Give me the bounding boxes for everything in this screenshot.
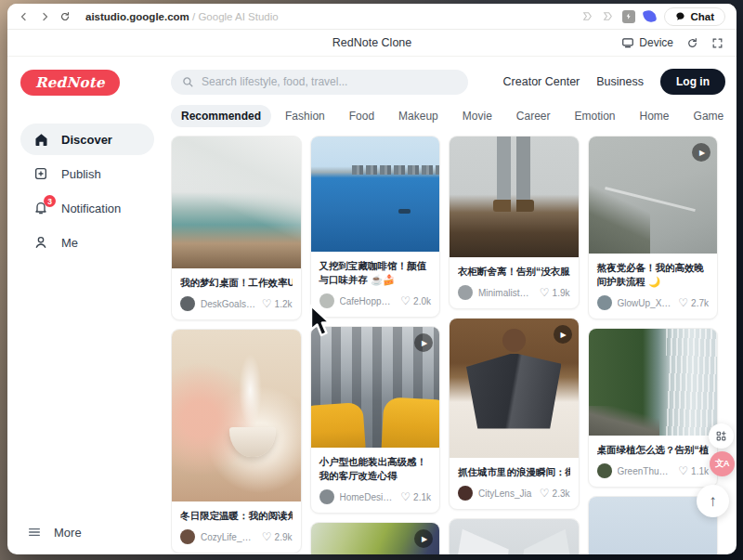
tab-emotion[interactable]: Emotion — [565, 105, 626, 127]
scroll-to-top-button[interactable]: ↑ — [697, 485, 729, 517]
translate-button[interactable]: 文A — [710, 451, 735, 476]
device-icon — [621, 36, 634, 49]
refresh-icon[interactable] — [686, 37, 698, 49]
post-card[interactable]: 我的梦幻桌面！工作效率UPUP ✨DeskGoals_C...♡1.2k — [171, 136, 302, 320]
heart-icon: ♡ — [400, 492, 411, 501]
avatar — [458, 486, 473, 501]
username[interactable]: HomeDesigne... — [340, 492, 396, 502]
back-icon[interactable] — [19, 11, 30, 22]
login-button[interactable]: Log in — [660, 69, 725, 95]
post-title: 桌面绿植怎么选？告别“植物杀手”！ — [597, 443, 710, 457]
post-title: 熬夜党必备！我的高效晚间护肤流程 🌙 — [597, 261, 710, 289]
tab-recommended[interactable]: Recommended — [171, 105, 271, 127]
username[interactable]: Minimalist_Lily — [478, 288, 534, 298]
tab-movie[interactable]: Movie — [452, 105, 502, 127]
sidebar-item-discover[interactable]: Discover — [20, 124, 154, 155]
chat-button[interactable]: Chat — [664, 7, 725, 26]
sidebar-item-me[interactable]: Me — [20, 227, 154, 258]
like-count[interactable]: ♡2.0k — [400, 296, 431, 306]
search-bar[interactable] — [171, 70, 468, 95]
post-card[interactable]: ▶小户型也能装出高级感！我的客厅改造心得HomeDesigne...♡2.1k — [310, 326, 441, 514]
post-image[interactable] — [450, 519, 579, 554]
post-card[interactable]: 桌面绿植怎么选？告别“植物杀手”！GreenThumb_...♡1.1k — [588, 328, 719, 488]
reload-icon[interactable] — [59, 11, 71, 22]
post-image[interactable]: ▶ — [311, 523, 440, 554]
forward-icon[interactable] — [39, 11, 50, 22]
play-icon: ▶ — [414, 529, 433, 548]
post-card[interactable] — [449, 518, 580, 554]
post-image[interactable] — [172, 330, 301, 501]
browser-chrome: aistudio.google.com / Google AI Studio C… — [7, 4, 736, 30]
creator-center-link[interactable]: Creator Center — [503, 75, 580, 88]
device-button[interactable]: Device — [621, 36, 673, 49]
tab-home[interactable]: Home — [630, 105, 680, 127]
sidebar-more-button[interactable]: More — [20, 525, 154, 545]
page-title: RedNote Clone — [332, 36, 411, 49]
search-icon — [182, 76, 194, 88]
play-icon: ▶ — [692, 143, 710, 162]
address-bar[interactable]: aistudio.google.com / Google AI Studio — [85, 11, 279, 22]
heart-icon: ♡ — [262, 299, 272, 308]
like-count[interactable]: ♡2.3k — [540, 488, 570, 499]
grid-add-icon — [715, 430, 727, 442]
lightning-icon[interactable] — [622, 10, 635, 23]
tab-makeup[interactable]: Makeup — [388, 105, 449, 127]
extension-icon[interactable] — [581, 10, 593, 22]
heart-icon: ♡ — [678, 466, 688, 475]
app-header: RedNote Clone Device — [7, 30, 736, 57]
post-image[interactable]: ▶ — [589, 137, 718, 254]
username[interactable]: DeskGoals_C... — [201, 299, 256, 309]
notification-badge: 3 — [44, 195, 56, 207]
like-count[interactable]: ♡1.1k — [678, 466, 709, 476]
main-content: Creator Center Business Log in Recommend… — [167, 57, 736, 554]
username[interactable]: CafeHopper_... — [340, 296, 396, 306]
business-link[interactable]: Business — [596, 75, 644, 88]
category-tabs: RecommendedFashionFoodMakeupMovieCareerE… — [171, 105, 725, 127]
like-count[interactable]: ♡1.9k — [540, 288, 570, 298]
post-image[interactable] — [450, 137, 579, 257]
play-icon: ▶ — [414, 333, 433, 352]
publish-icon — [33, 166, 49, 181]
post-image[interactable]: ▶ — [311, 327, 440, 448]
post-image[interactable] — [172, 137, 301, 268]
sidebar-item-publish[interactable]: Publish — [20, 158, 154, 189]
post-image[interactable] — [311, 137, 440, 252]
post-card[interactable]: ▶ — [310, 522, 441, 554]
like-count[interactable]: ♡2.7k — [678, 298, 709, 308]
post-card[interactable]: 冬日限定温暖：我的阅读角落 ☕CozyLife_Mei♡2.9k — [171, 329, 302, 553]
post-card[interactable]: 衣柜断舍离！告别“没衣服穿”的烦恼Minimalist_Lily♡1.9k — [449, 136, 580, 309]
avatar — [597, 463, 612, 478]
post-card[interactable]: ▶熬夜党必备！我的高效晚间护肤流程 🌙GlowUp_XiaoAi♡2.7k — [588, 136, 719, 319]
bell-icon: 3 — [33, 201, 49, 215]
like-count[interactable]: ♡1.2k — [262, 299, 293, 309]
chat-bubble-icon — [675, 11, 685, 21]
post-card[interactable]: ▶抓住城市里的浪漫瞬间：街拍秘籍CityLens_Jia♡2.3k — [449, 318, 580, 510]
arrow-up-icon: ↑ — [709, 492, 717, 511]
tab-career[interactable]: Career — [506, 105, 561, 127]
like-count[interactable]: ♡2.9k — [262, 532, 293, 542]
tab-fashion[interactable]: Fashion — [275, 105, 335, 127]
heart-icon: ♡ — [262, 532, 272, 541]
tab-food[interactable]: Food — [339, 105, 385, 127]
user-icon — [33, 235, 49, 250]
avatar — [319, 489, 334, 504]
username[interactable]: GreenThumb_... — [618, 466, 673, 476]
post-image[interactable] — [589, 329, 718, 436]
rednote-logo[interactable]: RedNote — [20, 70, 120, 96]
username[interactable]: GlowUp_XiaoAi — [618, 298, 673, 308]
extension-icon[interactable] — [602, 10, 614, 22]
tab-game[interactable]: Game — [684, 105, 735, 127]
post-card[interactable]: 又挖到宝藏咖啡馆！颜值与口味并存 ☕🍰CafeHopper_...♡2.0k — [310, 136, 441, 318]
browser-window: aistudio.google.com / Google AI Studio C… — [7, 4, 736, 554]
like-count[interactable]: ♡2.1k — [400, 492, 431, 502]
grid-add-button[interactable] — [709, 423, 734, 449]
username[interactable]: CityLens_Jia — [478, 488, 534, 499]
search-input[interactable] — [202, 75, 457, 88]
fullscreen-icon[interactable] — [711, 37, 723, 49]
sidebar-item-notification[interactable]: 3 Notification — [20, 192, 154, 224]
username[interactable]: CozyLife_Mei — [201, 532, 256, 542]
post-title: 又挖到宝藏咖啡馆！颜值与口味并存 ☕🍰 — [319, 259, 432, 287]
heart-icon: ♡ — [540, 288, 550, 297]
post-image[interactable]: ▶ — [450, 319, 579, 458]
flow-icon[interactable] — [643, 9, 658, 24]
